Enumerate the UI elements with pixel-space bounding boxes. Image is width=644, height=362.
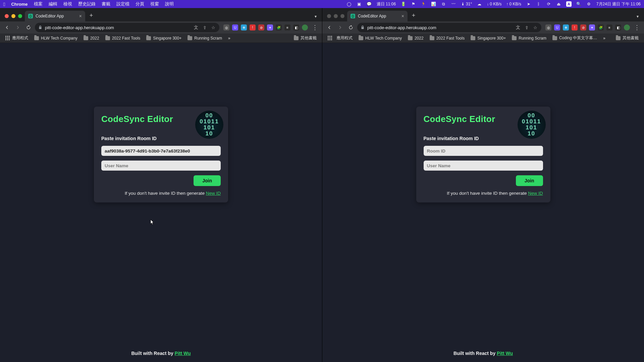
menu-tabs[interactable]: 分頁 (136, 1, 144, 7)
bookmark-folder[interactable]: HLW Tech Company (32, 35, 80, 41)
room-id-input[interactable] (424, 146, 543, 156)
address-bar[interactable]: pitt-code-editor-app.herokuapp.com 文 ⇧ ☆ (357, 23, 541, 32)
bookmark-folder[interactable]: 2022 Fast Tools (427, 35, 468, 41)
tab-search-icon[interactable]: ▾ (634, 14, 641, 21)
menu-view[interactable]: 檢視 (63, 1, 72, 7)
extensions-puzzle-icon[interactable]: 🧩 (276, 24, 282, 31)
tab-search-icon[interactable]: ▾ (312, 14, 319, 21)
author-link[interactable]: Pitt Wu (497, 351, 513, 356)
new-id-link[interactable]: New ID (206, 191, 221, 196)
bookmark-star-icon[interactable]: ☆ (533, 25, 538, 30)
status-video-icon[interactable]: ▣ (357, 1, 362, 7)
status-battery-icon[interactable]: 🔋 (400, 1, 406, 7)
browser-tab[interactable]: {} CodeEditor App × (347, 11, 408, 21)
status-datefull[interactable]: 7月24日 週日 下午 11:06 (596, 1, 641, 7)
status-spotlight-icon[interactable]: 🔍 (576, 1, 582, 7)
menu-help[interactable]: 說明 (165, 1, 174, 7)
apps-shortcut[interactable]: 應用程式 (3, 35, 31, 42)
status-cloud-icon[interactable]: ☁ (477, 1, 482, 7)
join-button[interactable]: Join (516, 175, 543, 186)
status-location-icon[interactable]: ➤ (526, 1, 531, 7)
status-flag-icon[interactable]: ⚑ (411, 1, 416, 7)
ext-icon-4[interactable]: ! (572, 24, 578, 31)
profile-avatar-icon[interactable] (302, 24, 308, 31)
new-tab-button[interactable]: + (87, 11, 96, 20)
ext-icon-1[interactable]: ◎ (223, 24, 229, 31)
chrome-menu-icon[interactable]: ⋮ (311, 24, 319, 31)
ext-icon-3[interactable]: ❄ (563, 24, 569, 31)
traffic-close-icon[interactable] (327, 14, 331, 18)
sidepanel-icon[interactable]: ◧ (615, 24, 621, 31)
reading-list-icon[interactable]: ≡ (284, 24, 290, 31)
menu-history[interactable]: 歷史記錄 (78, 1, 96, 7)
bookmark-folder[interactable]: Running Scram (509, 35, 549, 41)
status-runner-icon[interactable]: 🏃 (421, 1, 426, 7)
ext-icon-1[interactable]: ◎ (545, 24, 551, 31)
status-bars-icon[interactable]: 📊 (431, 1, 436, 7)
translate-icon[interactable]: 文 (515, 25, 521, 30)
apps-shortcut[interactable]: 應用程式 (325, 35, 355, 42)
room-id-input[interactable] (101, 146, 221, 156)
bookmarks-overflow[interactable]: » (225, 35, 233, 41)
ext-icon-3[interactable]: ❄ (241, 24, 247, 31)
browser-tab[interactable]: {} CodeEditor App × (25, 11, 85, 21)
profile-avatar-icon[interactable] (624, 24, 630, 31)
ext-icon-6[interactable]: ✦ (589, 24, 595, 31)
bookmarks-overflow[interactable]: » (600, 35, 608, 41)
share-icon[interactable]: ⇧ (524, 25, 529, 30)
bookmark-star-icon[interactable]: ☆ (211, 25, 216, 30)
traffic-minimize-icon[interactable] (334, 14, 338, 18)
reading-list-icon[interactable]: ≡ (606, 24, 612, 31)
extensions-puzzle-icon[interactable]: 🧩 (598, 24, 604, 31)
menu-profile[interactable]: 設定檔 (116, 1, 129, 7)
tab-close-icon[interactable]: × (79, 14, 82, 18)
author-link[interactable]: Pitt Wu (175, 351, 191, 356)
bookmark-folder[interactable]: Singapore 300+ (468, 35, 508, 41)
traffic-fullscreen-icon[interactable] (18, 14, 22, 18)
sidepanel-icon[interactable]: ◧ (293, 24, 299, 31)
ext-icon-5[interactable]: ⊘ (580, 24, 586, 31)
ext-icon-6[interactable]: ✦ (267, 24, 273, 31)
menu-edit[interactable]: 編輯 (49, 1, 57, 7)
status-line-icon[interactable]: 💬 (367, 1, 372, 7)
ext-icon-4[interactable]: ! (250, 24, 256, 31)
join-button[interactable]: Join (194, 175, 221, 186)
bookmark-folder[interactable]: 2022 (405, 35, 426, 41)
nav-forward-button[interactable] (13, 23, 22, 32)
nav-reload-button[interactable] (24, 23, 33, 32)
ext-icon-2[interactable]: U (232, 24, 238, 31)
new-id-link[interactable]: New ID (528, 191, 543, 196)
bookmark-folder[interactable]: HLW Tech Company (356, 35, 405, 41)
menubar-app-name[interactable]: Chrome (11, 2, 28, 7)
apple-menu-icon[interactable]:  (3, 1, 5, 7)
translate-icon[interactable]: 文 (193, 25, 199, 30)
username-input[interactable] (424, 161, 543, 171)
traffic-close-icon[interactable] (5, 14, 9, 18)
tab-close-icon[interactable]: × (401, 14, 404, 18)
status-input-icon[interactable]: A (566, 1, 572, 7)
status-bluetooth-icon[interactable]: ᛒ (536, 1, 541, 7)
share-icon[interactable]: ⇧ (202, 25, 207, 30)
bookmark-folder[interactable]: Running Scram (185, 35, 225, 41)
menu-bookmks[interactable]: 書籤 (102, 1, 110, 7)
ext-icon-5[interactable]: ⊘ (258, 24, 264, 31)
traffic-fullscreen-icon[interactable] (340, 14, 344, 18)
nav-back-button[interactable] (325, 23, 334, 32)
chrome-menu-icon[interactable]: ⋮ (633, 24, 641, 31)
status-eject-icon[interactable]: ⏏ (556, 1, 561, 7)
status-spark-icon[interactable]: 〰 (451, 1, 456, 7)
nav-forward-button[interactable] (336, 23, 344, 32)
bookmark-folder[interactable]: Coding 中英文字幕… (550, 35, 600, 42)
username-input[interactable] (101, 161, 221, 171)
status-control-center-icon[interactable]: ⚙ (586, 1, 592, 7)
ext-icon-2[interactable]: U (554, 24, 560, 31)
status-sync-icon[interactable]: ⟳ (546, 1, 551, 7)
bookmark-folder[interactable]: 2022 (81, 35, 102, 41)
other-bookmarks[interactable]: 其他書籤 (613, 35, 641, 42)
bookmark-folder[interactable]: 2022 Fast Tools (103, 35, 143, 41)
nav-reload-button[interactable] (346, 23, 355, 32)
menu-file[interactable]: 檔案 (34, 1, 43, 7)
traffic-minimize-icon[interactable] (11, 14, 15, 18)
status-cpu-icon[interactable]: ⧉ (441, 1, 446, 7)
new-tab-button[interactable]: + (409, 11, 418, 20)
